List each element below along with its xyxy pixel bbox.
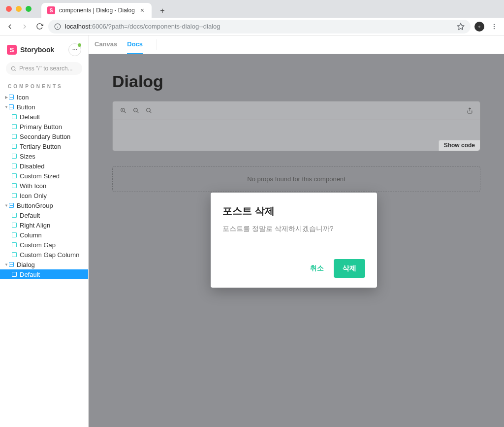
tree-folder-dialog[interactable]: ▼Dialog [0,260,88,269]
storybook-logo-text: Storybook [20,46,54,54]
tree-story[interactable]: Column [0,230,88,240]
tree-story[interactable]: With Icon [0,181,88,191]
main-panel: Canvas Docs Dialog [89,35,504,427]
svg-point-4 [494,24,495,25]
back-button[interactable] [4,21,16,33]
tree-story[interactable]: Icon Only [0,191,88,200]
chevron-down-icon: ▼ [4,105,9,109]
zoom-in-icon [120,107,126,114]
tree-folder-buttongroup[interactable]: ▼ButtonGroup [0,200,88,210]
svg-line-11 [15,69,16,70]
story-icon [12,154,17,159]
kebab-icon [491,23,498,30]
tree-story[interactable]: Right Align [0,220,88,230]
profile-button[interactable]: ● [473,21,485,33]
tab-divider [157,39,157,50]
close-window-button[interactable] [6,6,12,12]
props-table: No props found for this component [112,166,480,192]
story-preview-panel: Show code [112,101,480,151]
story-icon [12,114,17,119]
chevron-down-icon: ▼ [4,203,9,208]
svg-point-5 [494,26,495,27]
story-icon [12,232,17,237]
zoom-in-button[interactable] [120,107,126,114]
tree-story[interactable]: Tertiary Button [0,141,88,151]
confirm-button[interactable]: 삭제 [334,259,365,278]
toolbar-left [120,107,152,114]
component-folder-icon [9,203,14,208]
props-empty-message: No props found for this component [247,175,345,183]
page-title: Dialog [112,72,480,91]
tree-story[interactable]: Custom Gap Column [0,250,88,260]
svg-point-19 [146,108,150,112]
sidebar-section-label: COMPONENTS [0,79,88,92]
search-input[interactable]: Press "/" to search... [6,62,82,75]
sidebar: S Storybook Press "/" to search... COMPO… [0,35,89,427]
show-code-button[interactable]: Show code [439,140,480,151]
arrow-left-icon [6,23,14,31]
tree-story-dialog-default[interactable]: Default [0,269,88,279]
storybook-app: S Storybook Press "/" to search... COMPO… [0,35,504,427]
tree-story[interactable]: Default [0,210,88,220]
sidebar-menu-button[interactable] [68,43,81,56]
storybook-favicon: S [47,6,55,14]
new-tab-button[interactable]: + [156,4,169,18]
zoom-reset-button[interactable] [145,107,152,114]
zoom-out-button[interactable] [132,107,139,114]
component-folder-icon [9,95,14,99]
notification-dot-icon [78,43,81,47]
zoom-reset-icon [146,107,152,114]
zoom-out-icon [133,107,139,114]
preview-toolbar [113,101,480,120]
arrow-right-icon [21,23,29,31]
preview-footer: Show code [113,140,480,151]
story-icon [12,183,17,188]
story-icon [12,144,17,149]
doc-content: Dialog Show code [89,54,504,210]
tree-story[interactable]: Sizes [0,151,88,161]
tree-story[interactable]: Custom Gap [0,240,88,250]
close-tab-icon[interactable]: × [139,7,146,14]
storybook-logo[interactable]: S Storybook [7,45,54,55]
forward-button[interactable] [19,21,31,33]
browser-tab[interactable]: S components | Dialog - Dialog × [41,3,152,18]
maximize-window-button[interactable] [26,6,32,12]
story-icon [12,134,17,139]
story-icon [12,242,17,247]
reload-button[interactable] [33,21,45,33]
tree-folder-button[interactable]: ▼Button [0,102,88,112]
search-placeholder: Press "/" to search... [19,65,73,72]
story-icon [12,173,17,178]
svg-point-10 [11,66,15,70]
story-icon [12,124,17,129]
svg-marker-3 [457,23,464,30]
component-folder-icon [9,104,14,109]
ellipsis-icon [72,47,78,53]
open-external-button[interactable] [466,107,473,114]
tab-docs[interactable]: Docs [127,35,143,54]
svg-line-17 [137,111,138,113]
search-icon [11,66,16,71]
address-bar[interactable]: localhost:6006/?path=/docs/components-di… [48,20,471,33]
tree-story[interactable]: Primary Button [0,122,88,131]
browser-menu-button[interactable] [488,21,500,33]
url-text: localhost:6006/?path=/docs/components-di… [65,23,220,30]
storybook-logo-icon: S [7,45,17,55]
dialog-body: 포스트를 정말로 삭제하시겠습니까? [222,225,365,233]
tree-story[interactable]: Secondary Button [0,131,88,141]
cancel-button[interactable]: 취소 [307,260,327,277]
minimize-window-button[interactable] [16,6,22,12]
tree-folder-icon[interactable]: ▶Icon [0,92,88,102]
tree-story[interactable]: Disabled [0,161,88,171]
chevron-down-icon: ▼ [4,263,9,267]
svg-point-7 [73,49,74,50]
tree-story[interactable]: Default [0,112,88,122]
story-icon [12,272,17,277]
dialog-actions: 취소 삭제 [222,259,365,278]
tab-canvas[interactable]: Canvas [94,35,117,54]
tree-story[interactable]: Custom Sized [0,171,88,181]
preview-tabs: Canvas Docs [89,35,504,54]
avatar-icon: ● [474,22,484,32]
browser-tab-bar: S components | Dialog - Dialog × + [0,0,504,18]
star-icon[interactable] [457,23,465,31]
